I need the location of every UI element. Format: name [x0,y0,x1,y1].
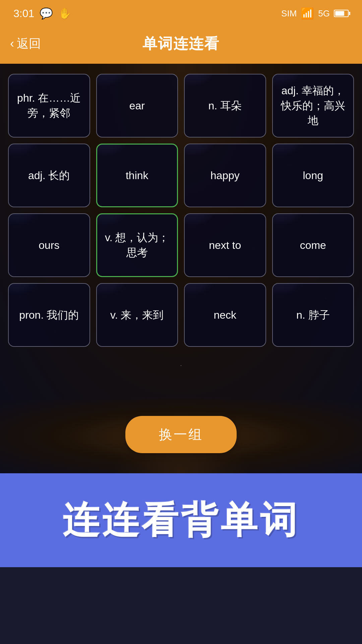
back-button[interactable]: ‹ 返回 [10,36,41,52]
bottom-banner: 连连看背单词 [0,473,362,567]
card-grid: phr. 在……近旁，紧邻earn. 耳朵adj. 幸福的，快乐的；高兴地adj… [8,74,354,347]
status-bar: 3:01 💬 ✋ SIM 📶 5G [0,0,362,27]
card-text-4: adj. 幸福的，快乐的；高兴地 [278,83,349,128]
game-area: phr. 在……近旁，紧邻earn. 耳朵adj. 幸福的，快乐的；高兴地adj… [0,64,362,399]
card-text-14: v. 来，来到 [110,308,164,323]
exchange-button[interactable]: 换一组 [125,416,237,453]
card-1[interactable]: phr. 在……近旁，紧邻 [8,74,90,138]
card-text-7: happy [210,168,240,183]
button-area: 换一组 [0,399,362,473]
card-11[interactable]: next to [184,213,266,277]
card-text-13: pron. 我们的 [19,308,79,323]
battery-icon [334,10,349,17]
status-left: 3:01 💬 ✋ [13,7,72,20]
card-5[interactable]: adj. 长的 [8,144,90,207]
card-16[interactable]: n. 脖子 [272,283,354,347]
card-12[interactable]: come [272,213,354,277]
card-text-9: ours [39,238,59,253]
back-label: 返回 [17,36,41,52]
card-text-5: adj. 长的 [28,168,70,183]
card-15[interactable]: neck [184,283,266,347]
page-title: 单词连连看 [142,34,220,54]
card-text-2: ear [129,98,145,113]
time-display: 3:01 [13,7,34,20]
card-7[interactable]: happy [184,144,266,207]
status-right: SIM 📶 5G [281,7,349,20]
card-text-12: come [300,238,326,253]
signal-icon: 5G [318,8,330,19]
card-3[interactable]: n. 耳朵 [184,74,266,138]
card-13[interactable]: pron. 我们的 [8,283,90,347]
card-text-16: n. 脖子 [296,308,330,323]
card-8[interactable]: long [272,144,354,207]
card-text-3: n. 耳朵 [208,98,242,113]
card-text-11: next to [209,238,241,253]
hand-icon: ✋ [58,7,72,20]
card-text-15: neck [214,308,236,323]
card-text-8: long [303,168,323,183]
card-text-10: v. 想，认为；思考 [102,230,173,260]
card-text-1: phr. 在……近旁，紧邻 [13,91,85,121]
back-chevron-icon: ‹ [10,37,14,51]
message-icon: 💬 [40,7,53,20]
card-14[interactable]: v. 来，来到 [96,283,178,347]
header: ‹ 返回 单词连连看 [0,27,362,64]
wifi-icon: 📶 [301,7,314,20]
card-10[interactable]: v. 想，认为；思考 [96,213,178,277]
card-6[interactable]: think [96,144,178,207]
card-9[interactable]: ours [8,213,90,277]
card-text-6: think [126,168,148,183]
banner-text: 连连看背单词 [62,495,300,545]
card-2[interactable]: ear [96,74,178,138]
sim-icon: SIM [281,8,297,19]
card-4[interactable]: adj. 幸福的，快乐的；高兴地 [272,74,354,138]
